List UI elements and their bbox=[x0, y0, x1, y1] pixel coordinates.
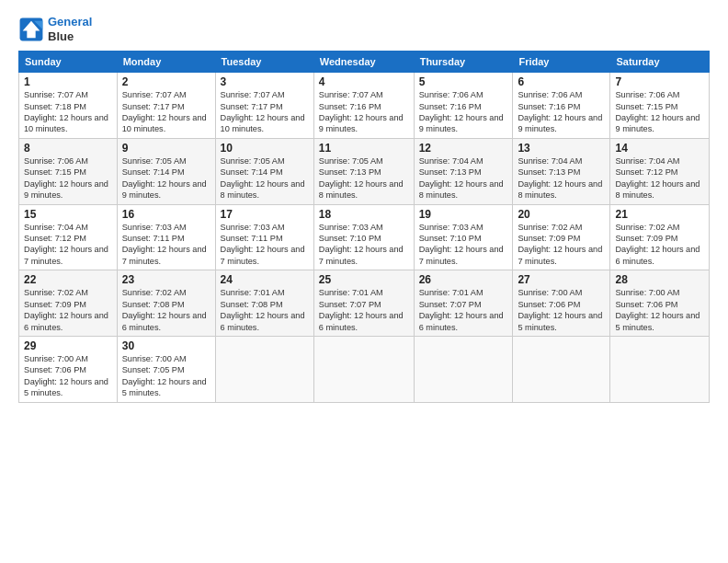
day-info: Sunrise: 7:05 AMSunset: 7:14 PMDaylight:… bbox=[221, 155, 309, 201]
day-number: 13 bbox=[518, 142, 605, 155]
calendar-cell: 20 Sunrise: 7:02 AMSunset: 7:09 PMDaylig… bbox=[513, 204, 610, 270]
calendar-cell: 26 Sunrise: 7:01 AMSunset: 7:07 PMDaylig… bbox=[414, 270, 513, 337]
calendar-cell bbox=[215, 336, 313, 402]
calendar-cell: 29 Sunrise: 7:00 AMSunset: 7:06 PMDaylig… bbox=[19, 336, 118, 402]
calendar-cell: 7 Sunrise: 7:06 AMSunset: 7:15 PMDayligh… bbox=[610, 73, 710, 139]
day-info: Sunrise: 7:01 AMSunset: 7:07 PMDaylight:… bbox=[419, 287, 508, 333]
calendar-cell: 14 Sunrise: 7:04 AMSunset: 7:12 PMDaylig… bbox=[610, 138, 710, 204]
day-number: 17 bbox=[221, 208, 309, 221]
day-info: Sunrise: 7:07 AMSunset: 7:17 PMDaylight:… bbox=[122, 89, 210, 135]
day-number: 4 bbox=[319, 75, 409, 88]
calendar-cell: 28 Sunrise: 7:00 AMSunset: 7:06 PMDaylig… bbox=[610, 270, 710, 337]
calendar-cell: 4 Sunrise: 7:07 AMSunset: 7:16 PMDayligh… bbox=[313, 73, 414, 139]
calendar-header-saturday: Saturday bbox=[610, 52, 710, 73]
logo-icon bbox=[18, 17, 44, 42]
calendar-header-monday: Monday bbox=[117, 52, 215, 73]
day-info: Sunrise: 7:00 AMSunset: 7:06 PMDaylight:… bbox=[518, 287, 605, 333]
calendar-cell: 1 Sunrise: 7:07 AMSunset: 7:18 PMDayligh… bbox=[19, 73, 118, 139]
day-number: 8 bbox=[24, 142, 112, 155]
day-info: Sunrise: 7:02 AMSunset: 7:09 PMDaylight:… bbox=[24, 287, 112, 333]
calendar-cell: 3 Sunrise: 7:07 AMSunset: 7:17 PMDayligh… bbox=[215, 73, 313, 139]
calendar-week-3: 15 Sunrise: 7:04 AMSunset: 7:12 PMDaylig… bbox=[19, 204, 710, 270]
day-number: 11 bbox=[319, 142, 409, 155]
day-info: Sunrise: 7:02 AMSunset: 7:08 PMDaylight:… bbox=[122, 287, 210, 333]
calendar-cell: 10 Sunrise: 7:05 AMSunset: 7:14 PMDaylig… bbox=[215, 138, 313, 204]
day-number: 12 bbox=[419, 142, 508, 155]
day-number: 30 bbox=[122, 339, 210, 352]
day-number: 23 bbox=[122, 273, 210, 286]
calendar-cell: 5 Sunrise: 7:06 AMSunset: 7:16 PMDayligh… bbox=[414, 73, 513, 139]
calendar-cell: 16 Sunrise: 7:03 AMSunset: 7:11 PMDaylig… bbox=[117, 204, 215, 270]
calendar-cell: 23 Sunrise: 7:02 AMSunset: 7:08 PMDaylig… bbox=[117, 270, 215, 337]
day-info: Sunrise: 7:06 AMSunset: 7:16 PMDaylight:… bbox=[518, 89, 605, 135]
calendar-page: General Blue SundayMondayTuesdayWednesda… bbox=[0, 0, 728, 563]
calendar-table: SundayMondayTuesdayWednesdayThursdayFrid… bbox=[18, 51, 710, 402]
calendar-cell bbox=[610, 336, 710, 402]
day-info: Sunrise: 7:03 AMSunset: 7:10 PMDaylight:… bbox=[419, 222, 508, 268]
day-number: 9 bbox=[122, 142, 210, 155]
calendar-cell: 30 Sunrise: 7:00 AMSunset: 7:05 PMDaylig… bbox=[117, 336, 215, 402]
calendar-cell: 21 Sunrise: 7:02 AMSunset: 7:09 PMDaylig… bbox=[610, 204, 710, 270]
calendar-cell: 12 Sunrise: 7:04 AMSunset: 7:13 PMDaylig… bbox=[414, 138, 513, 204]
calendar-cell: 18 Sunrise: 7:03 AMSunset: 7:10 PMDaylig… bbox=[313, 204, 414, 270]
header: General Blue bbox=[18, 15, 710, 43]
calendar-cell: 17 Sunrise: 7:03 AMSunset: 7:11 PMDaylig… bbox=[215, 204, 313, 270]
calendar-cell: 24 Sunrise: 7:01 AMSunset: 7:08 PMDaylig… bbox=[215, 270, 313, 337]
logo-text: General Blue bbox=[48, 15, 92, 43]
calendar-header-tuesday: Tuesday bbox=[215, 52, 313, 73]
day-info: Sunrise: 7:04 AMSunset: 7:12 PMDaylight:… bbox=[24, 222, 112, 268]
day-number: 1 bbox=[24, 75, 112, 88]
day-number: 6 bbox=[518, 75, 605, 88]
calendar-cell: 22 Sunrise: 7:02 AMSunset: 7:09 PMDaylig… bbox=[19, 270, 118, 337]
calendar-week-4: 22 Sunrise: 7:02 AMSunset: 7:09 PMDaylig… bbox=[19, 270, 710, 337]
calendar-cell bbox=[513, 336, 610, 402]
day-info: Sunrise: 7:06 AMSunset: 7:15 PMDaylight:… bbox=[24, 155, 112, 201]
day-number: 10 bbox=[221, 142, 309, 155]
day-info: Sunrise: 7:03 AMSunset: 7:11 PMDaylight:… bbox=[122, 222, 210, 268]
calendar-header-friday: Friday bbox=[513, 52, 610, 73]
day-number: 16 bbox=[122, 208, 210, 221]
day-number: 2 bbox=[122, 75, 210, 88]
day-info: Sunrise: 7:04 AMSunset: 7:12 PMDaylight:… bbox=[615, 155, 704, 201]
calendar-header-thursday: Thursday bbox=[414, 52, 513, 73]
day-number: 19 bbox=[419, 208, 508, 221]
calendar-header-wednesday: Wednesday bbox=[313, 52, 414, 73]
day-number: 24 bbox=[221, 273, 309, 286]
day-info: Sunrise: 7:00 AMSunset: 7:05 PMDaylight:… bbox=[122, 353, 210, 399]
day-number: 29 bbox=[24, 339, 112, 352]
day-info: Sunrise: 7:06 AMSunset: 7:16 PMDaylight:… bbox=[419, 89, 508, 135]
calendar-week-1: 1 Sunrise: 7:07 AMSunset: 7:18 PMDayligh… bbox=[19, 73, 710, 139]
day-number: 20 bbox=[518, 208, 605, 221]
day-number: 14 bbox=[615, 142, 704, 155]
day-number: 27 bbox=[518, 273, 605, 286]
day-number: 15 bbox=[24, 208, 112, 221]
day-info: Sunrise: 7:03 AMSunset: 7:11 PMDaylight:… bbox=[221, 222, 309, 268]
day-info: Sunrise: 7:04 AMSunset: 7:13 PMDaylight:… bbox=[419, 155, 508, 201]
day-number: 18 bbox=[319, 208, 409, 221]
day-number: 25 bbox=[319, 273, 409, 286]
day-number: 3 bbox=[221, 75, 309, 88]
calendar-cell: 6 Sunrise: 7:06 AMSunset: 7:16 PMDayligh… bbox=[513, 73, 610, 139]
day-info: Sunrise: 7:07 AMSunset: 7:16 PMDaylight:… bbox=[319, 89, 409, 135]
day-info: Sunrise: 7:06 AMSunset: 7:15 PMDaylight:… bbox=[615, 89, 704, 135]
calendar-cell: 15 Sunrise: 7:04 AMSunset: 7:12 PMDaylig… bbox=[19, 204, 118, 270]
day-info: Sunrise: 7:07 AMSunset: 7:17 PMDaylight:… bbox=[221, 89, 309, 135]
day-number: 22 bbox=[24, 273, 112, 286]
calendar-week-2: 8 Sunrise: 7:06 AMSunset: 7:15 PMDayligh… bbox=[19, 138, 710, 204]
calendar-cell: 19 Sunrise: 7:03 AMSunset: 7:10 PMDaylig… bbox=[414, 204, 513, 270]
day-number: 21 bbox=[615, 208, 704, 221]
day-info: Sunrise: 7:02 AMSunset: 7:09 PMDaylight:… bbox=[615, 222, 704, 268]
day-info: Sunrise: 7:02 AMSunset: 7:09 PMDaylight:… bbox=[518, 222, 605, 268]
day-info: Sunrise: 7:05 AMSunset: 7:13 PMDaylight:… bbox=[319, 155, 409, 201]
calendar-cell: 8 Sunrise: 7:06 AMSunset: 7:15 PMDayligh… bbox=[19, 138, 118, 204]
calendar-cell: 9 Sunrise: 7:05 AMSunset: 7:14 PMDayligh… bbox=[117, 138, 215, 204]
calendar-header-sunday: Sunday bbox=[19, 52, 118, 73]
day-number: 7 bbox=[615, 75, 704, 88]
calendar-cell: 25 Sunrise: 7:01 AMSunset: 7:07 PMDaylig… bbox=[313, 270, 414, 337]
day-number: 5 bbox=[419, 75, 508, 88]
calendar-week-5: 29 Sunrise: 7:00 AMSunset: 7:06 PMDaylig… bbox=[19, 336, 710, 402]
day-info: Sunrise: 7:07 AMSunset: 7:18 PMDaylight:… bbox=[24, 89, 112, 135]
day-info: Sunrise: 7:04 AMSunset: 7:13 PMDaylight:… bbox=[518, 155, 605, 201]
calendar-cell: 11 Sunrise: 7:05 AMSunset: 7:13 PMDaylig… bbox=[313, 138, 414, 204]
calendar-cell bbox=[313, 336, 414, 402]
